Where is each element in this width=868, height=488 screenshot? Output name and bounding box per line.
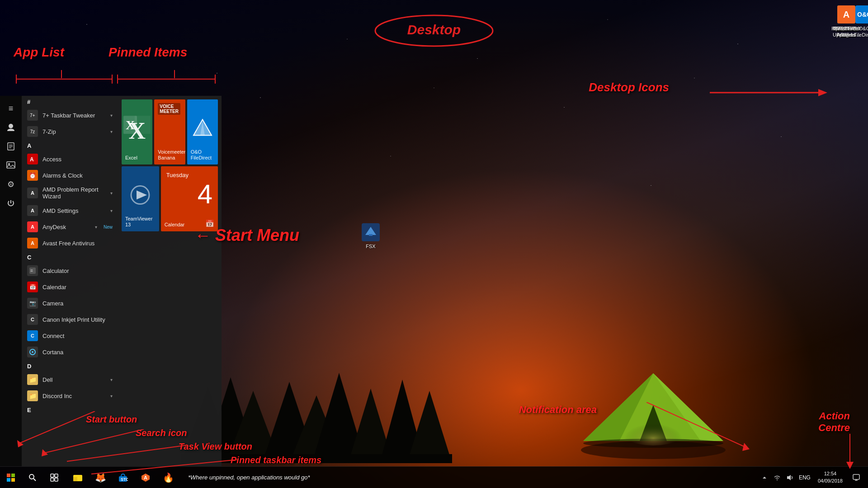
network-icon[interactable] [772, 472, 783, 483]
app-icon-avast: A [27, 238, 38, 249]
svg-point-51 [29, 474, 34, 479]
svg-rect-33 [7, 162, 15, 168]
tile-excel[interactable]: X X Excel [122, 99, 152, 164]
app-icon-calculator: = [27, 265, 38, 276]
app-item-anydesk[interactable]: A AnyDesk ▾ New [22, 219, 118, 235]
start-menu[interactable]: ≡ ⚙ # 7+ 7+ Taskbar Tweaker [0, 96, 222, 466]
app-item-7zip[interactable]: 7z 7-Zip ▾ [22, 123, 118, 140]
svg-rect-66 [853, 474, 859, 479]
desktop-icon-avast[interactable]: A Avast Free Antivirus [828, 4, 864, 40]
app-icon-7zip: 7z [27, 126, 38, 137]
taskbar-app-firefox[interactable]: 🦊 [90, 467, 111, 488]
svg-rect-50 [11, 478, 15, 482]
app-letter-c[interactable]: C [22, 251, 118, 263]
app-item-calendar[interactable]: 📅 Calendar [22, 279, 118, 295]
tiles-panel: X X Excel VOICEMEETER Voicemeeter Ba [118, 96, 222, 466]
tile-calendar-label: Calendar [165, 222, 185, 228]
desktop-icon-fsx[interactable]: FSX [353, 221, 389, 251]
app-item-amd-report[interactable]: A AMD Problem Report Wizard ▾ [22, 183, 118, 202]
app-icon-camera: 📷 [27, 298, 38, 309]
app-item-avast[interactable]: A Avast Free Antivirus [22, 235, 118, 251]
app-item-dell[interactable]: 📁 Dell ▾ [22, 371, 118, 388]
start-button[interactable] [0, 467, 22, 488]
app-list-panel: # 7+ 7+ Taskbar Tweaker ▾ 7z 7-Zip ▾ A A [22, 96, 118, 466]
taskbar-app-avast[interactable]: A [135, 467, 156, 488]
app-list-content: # 7+ 7+ Taskbar Tweaker ▾ 7z 7-Zip ▾ A A [22, 96, 118, 466]
svg-marker-64 [763, 477, 766, 479]
fsx-icon-img [362, 223, 380, 241]
taskbar-app-firefox2[interactable]: 🔥 [157, 467, 179, 488]
app-icon-alarms: ⏰ [27, 170, 38, 181]
taskbar-note: *Where unpinned, open applications would… [179, 474, 759, 481]
app-icon-discord-inc: 📁 [27, 390, 38, 401]
settings-btn[interactable]: ⚙ [2, 175, 20, 193]
documents-btn[interactable] [2, 137, 20, 155]
app-letter-e[interactable]: E [22, 404, 118, 415]
app-icon-connect: C [27, 330, 38, 341]
tile-teamviewer-label: TeamViewer 13 [125, 216, 156, 228]
svg-text:X: X [126, 118, 135, 132]
tile-calendar[interactable]: Tuesday 4 Calendar 📅 [161, 166, 218, 231]
tile-calendar-day-label: Tuesday [166, 172, 189, 178]
svg-rect-58 [73, 477, 77, 481]
avast-icon-img: A [837, 5, 855, 23]
app-item-calculator[interactable]: = Calculator [22, 263, 118, 279]
app-item-alarms[interactable]: ⏰ Alarms & Clock [22, 167, 118, 183]
svg-marker-46 [137, 191, 147, 200]
power-btn[interactable] [2, 194, 20, 212]
app-item-canon[interactable]: C Canon Inkjet Print Utility [22, 311, 118, 328]
svg-point-39 [32, 351, 33, 353]
tiles-row-2: TeamViewer 13 Tuesday 4 Calendar 📅 [122, 166, 218, 231]
svg-point-28 [9, 124, 13, 128]
trees-silhouette [181, 350, 452, 463]
app-letter-a[interactable]: A [22, 140, 118, 151]
svg-text:STORE: STORE [121, 477, 128, 482]
svg-line-52 [33, 479, 36, 481]
taskbar-clock[interactable]: 12:54 04/09/2018 [814, 470, 846, 484]
svg-rect-18 [369, 234, 373, 236]
app-item-amd-settings[interactable]: A AMD Settings ▾ [22, 202, 118, 219]
svg-marker-65 [787, 475, 791, 480]
app-icon-anydesk: A [27, 221, 38, 232]
app-icon-7taskbar: 7+ [27, 110, 38, 121]
app-letter-hash[interactable]: # [22, 96, 118, 107]
app-item-connect[interactable]: C Connect [22, 328, 118, 344]
tile-oofiledirect[interactable]: O&O FileDirect [187, 99, 218, 164]
taskbar-app-explorer[interactable] [67, 467, 89, 488]
tile-oo-label: O&O FileDirect [191, 149, 214, 161]
app-icon-access: A [27, 154, 38, 164]
tent-silhouette [574, 360, 732, 461]
svg-rect-47 [7, 474, 10, 477]
app-item-cortana[interactable]: Cortana [22, 344, 118, 360]
language-indicator[interactable]: ENG [797, 474, 812, 481]
svg-text:A: A [144, 475, 147, 480]
svg-rect-48 [11, 474, 15, 477]
svg-rect-59 [74, 476, 77, 477]
hamburger-menu-btn[interactable]: ≡ [2, 99, 20, 117]
app-item-discord-inc[interactable]: 📁 Discord Inc ▾ [22, 388, 118, 404]
taskbar-app-store[interactable]: STORE [112, 467, 134, 488]
tile-excel-label: Excel [125, 155, 137, 161]
tile-teamviewer[interactable]: TeamViewer 13 [122, 166, 159, 231]
search-button[interactable] [22, 467, 43, 488]
tile-calendar-date: 4 [198, 181, 212, 208]
app-icon-dell: 📁 [27, 374, 38, 385]
pictures-btn[interactable] [2, 156, 20, 174]
svg-marker-17 [365, 227, 376, 235]
systray-expand-btn[interactable] [759, 472, 770, 483]
desktop-icons-area: Recycle Bin W Windows 10 Update As... N … [769, 0, 868, 4]
app-letter-d[interactable]: D [22, 360, 118, 371]
tile-voicemeeter[interactable]: VOICEMEETER Voicemeeter Banana [154, 99, 185, 164]
action-centre-button[interactable] [848, 467, 864, 488]
volume-icon[interactable] [784, 472, 795, 483]
taskbar-systray-area: ENG 12:54 04/09/2018 [759, 467, 864, 488]
app-item-access[interactable]: A Access [22, 151, 118, 167]
tile-calendar-icon: 📅 [205, 219, 214, 228]
app-icon-calendar: 📅 [27, 282, 38, 292]
app-item-7taskbar[interactable]: 7+ 7+ Taskbar Tweaker ▾ [22, 107, 118, 123]
user-profile-btn[interactable] [2, 118, 20, 136]
svg-rect-54 [55, 474, 58, 477]
svg-rect-55 [51, 478, 54, 481]
app-item-camera[interactable]: 📷 Camera [22, 295, 118, 311]
task-view-button[interactable] [43, 467, 65, 488]
